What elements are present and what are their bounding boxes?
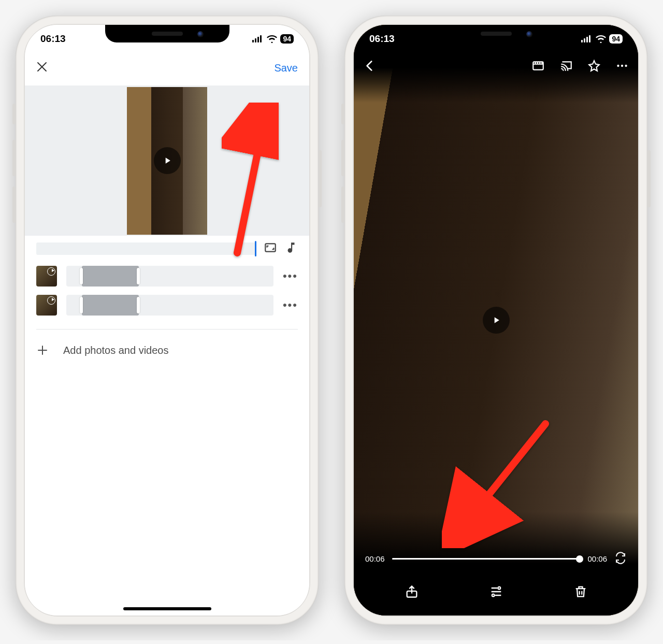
play-icon[interactable] xyxy=(154,147,181,174)
home-indicator xyxy=(123,607,211,610)
status-time: 06:13 xyxy=(369,33,395,45)
save-button[interactable]: Save xyxy=(274,62,298,74)
more-icon[interactable] xyxy=(615,59,629,75)
svg-point-13 xyxy=(625,65,627,67)
playback-total-time: 00:06 xyxy=(587,554,607,563)
timeline-scrubber[interactable] xyxy=(36,242,256,255)
music-button[interactable] xyxy=(284,241,298,256)
cast-icon[interactable] xyxy=(559,59,573,75)
movie-icon[interactable] xyxy=(531,59,545,75)
svg-rect-3 xyxy=(260,35,262,42)
svg-rect-9 xyxy=(589,35,590,42)
clip-more-button[interactable]: ••• xyxy=(283,269,298,283)
clip-row: ••• xyxy=(25,262,309,291)
clip-trim-track[interactable] xyxy=(66,295,273,316)
playback-scrubber[interactable] xyxy=(392,558,581,560)
close-button[interactable] xyxy=(36,60,48,76)
play-icon[interactable] xyxy=(483,307,510,334)
loop-button[interactable] xyxy=(614,552,627,566)
battery-level: 94 xyxy=(609,34,623,44)
share-button[interactable] xyxy=(405,584,419,601)
star-icon[interactable] xyxy=(587,59,601,75)
back-button[interactable] xyxy=(363,59,377,75)
clip-thumbnail[interactable] xyxy=(36,295,57,316)
video-preview[interactable] xyxy=(25,85,309,236)
delete-button[interactable] xyxy=(573,584,588,601)
divider xyxy=(36,329,298,330)
svg-point-12 xyxy=(621,65,623,67)
svg-rect-0 xyxy=(252,40,254,42)
clip-row: ••• xyxy=(25,291,309,320)
svg-rect-7 xyxy=(584,38,585,42)
clip-more-button[interactable]: ••• xyxy=(283,298,298,312)
svg-rect-8 xyxy=(586,37,588,42)
edit-button[interactable] xyxy=(489,584,503,601)
add-media-button[interactable]: Add photos and videos xyxy=(25,335,309,366)
svg-rect-6 xyxy=(581,40,583,42)
svg-point-11 xyxy=(617,65,619,67)
svg-rect-2 xyxy=(257,37,259,42)
status-time: 06:13 xyxy=(40,33,66,45)
dual-sim-icon xyxy=(581,35,593,43)
clip-trim-track[interactable] xyxy=(66,266,273,287)
aspect-ratio-button[interactable] xyxy=(264,241,277,256)
svg-rect-4 xyxy=(265,244,276,251)
svg-point-15 xyxy=(498,587,500,590)
wifi-icon xyxy=(267,35,277,43)
dual-sim-icon xyxy=(252,35,264,43)
add-media-label: Add photos and videos xyxy=(63,345,169,356)
clip-thumbnail[interactable] xyxy=(36,266,57,287)
battery-level: 94 xyxy=(280,34,294,44)
svg-point-16 xyxy=(492,594,494,597)
svg-rect-1 xyxy=(255,38,256,42)
wifi-icon xyxy=(596,35,606,43)
playback-current-time: 00:06 xyxy=(365,554,385,563)
